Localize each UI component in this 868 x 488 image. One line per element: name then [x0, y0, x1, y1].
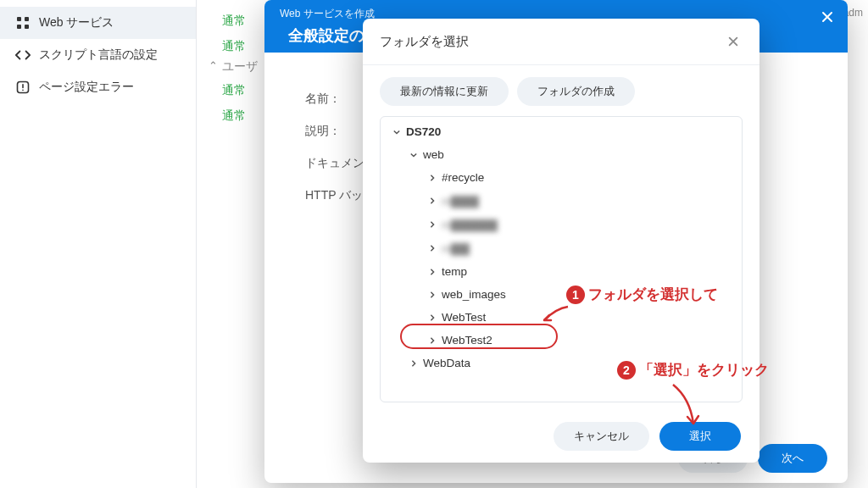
left-sidebar: Web サービス スクリプト言語の設定 ページ設定エラー: [0, 0, 197, 488]
chevron-down-icon: ⌃: [209, 59, 218, 72]
tree-item-webdata[interactable]: WebData: [381, 352, 742, 374]
next-button[interactable]: 次へ: [758, 444, 827, 473]
tree-label: m▇▇▇: [442, 194, 479, 208]
modal-subtitle: Web サービスを作成: [280, 7, 375, 21]
svg-rect-5: [22, 84, 24, 88]
tree-root[interactable]: DS720: [381, 120, 742, 143]
sidebar-item-page-error[interactable]: ページ設定エラー: [0, 71, 196, 103]
bg-row: 通常: [222, 8, 246, 34]
sidebar-item-label: ページ設定エラー: [39, 80, 134, 95]
caret-right-icon: [409, 359, 418, 368]
tree-item[interactable]: temp: [381, 260, 742, 283]
tree-item[interactable]: WebTest2: [381, 329, 742, 352]
svg-rect-6: [22, 90, 24, 92]
sidebar-item-label: スクリプト言語の設定: [39, 47, 158, 63]
tree-item[interactable]: #recycle: [381, 166, 742, 189]
svg-rect-2: [17, 25, 21, 29]
picker-title: フォルダを選択: [380, 34, 469, 50]
tree-label: web_images: [442, 288, 506, 301]
tree-label: WebData: [423, 357, 470, 369]
refresh-button[interactable]: 最新の情報に更新: [380, 77, 509, 106]
tree-label: m▇▇: [442, 241, 470, 255]
tree-web[interactable]: web: [381, 143, 742, 166]
caret-right-icon: [428, 220, 437, 229]
caret-down-icon: [409, 151, 418, 159]
sidebar-item-script[interactable]: スクリプト言語の設定: [0, 39, 196, 71]
tree-item[interactable]: m▇▇▇▇▇: [381, 213, 742, 236]
bg-section-user: ユーザ: [222, 59, 258, 75]
select-button[interactable]: 選択: [659, 422, 741, 451]
grid-icon: [15, 15, 31, 30]
alert-icon: [15, 80, 31, 95]
bg-row: 通常: [222, 34, 246, 59]
tree-label: web: [423, 148, 444, 161]
sidebar-item-label: Web サービス: [39, 15, 114, 30]
picker-header: フォルダを選択: [363, 19, 760, 65]
caret-right-icon: [428, 291, 437, 299]
caret-right-icon: [428, 197, 437, 205]
modal-title: 全般設定の: [288, 25, 364, 46]
tree-label: DS720: [406, 125, 441, 138]
caret-down-icon: [392, 128, 401, 136]
tree-label: WebTest2: [442, 334, 492, 347]
svg-rect-1: [25, 17, 29, 21]
caret-right-icon: [428, 313, 437, 322]
tree-item[interactable]: web_images: [381, 283, 742, 306]
bg-row: 通常: [222, 103, 246, 129]
sidebar-item-web-service[interactable]: Web サービス: [0, 7, 196, 39]
close-icon[interactable]: [817, 7, 837, 27]
folder-picker-modal: フォルダを選択 最新の情報に更新 フォルダの作成 DS720 web #recy…: [363, 19, 760, 463]
tree-label: temp: [442, 265, 467, 278]
code-icon: [15, 47, 31, 63]
cancel-button[interactable]: キャンセル: [554, 422, 649, 451]
caret-right-icon: [428, 336, 437, 345]
caret-right-icon: [428, 174, 437, 182]
tree-item-webtest[interactable]: WebTest: [381, 306, 742, 329]
folder-tree[interactable]: DS720 web #recycle m▇▇▇ m▇▇▇▇▇ m▇▇ temp …: [380, 116, 743, 402]
caret-right-icon: [428, 268, 437, 276]
picker-footer: キャンセル 選択: [363, 422, 760, 451]
svg-rect-3: [25, 25, 29, 29]
picker-toolbar: 最新の情報に更新 フォルダの作成: [363, 65, 760, 111]
svg-rect-0: [17, 17, 21, 21]
create-folder-button[interactable]: フォルダの作成: [517, 77, 635, 106]
tree-label: m▇▇▇▇▇: [442, 218, 498, 231]
tree-label: #recycle: [442, 171, 484, 184]
close-icon[interactable]: [724, 32, 743, 51]
tree-label: WebTest: [442, 311, 486, 324]
tree-item[interactable]: m▇▇: [381, 236, 742, 260]
bg-row: 通常: [222, 78, 246, 103]
caret-right-icon: [428, 244, 437, 252]
tree-item[interactable]: m▇▇▇: [381, 189, 742, 213]
